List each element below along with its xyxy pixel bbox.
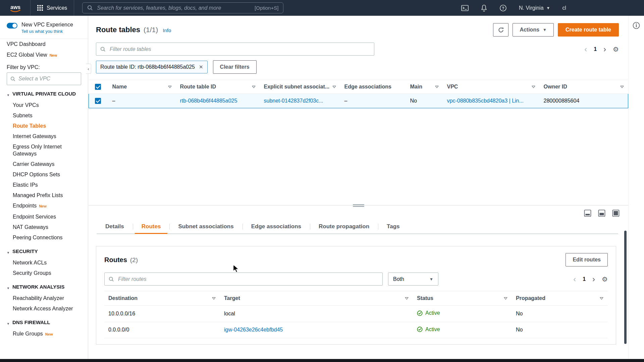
sidebar-item-your-vpcs[interactable]: Your VPCs [0,100,88,110]
filter-chip: Route table ID: rtb-068b4b6f44885a025 ✕ [96,61,208,73]
chevron-down-icon: ▼ [546,6,550,10]
sidebar-item-peering-connections[interactable]: Peering Connections [0,232,88,243]
tab-tags[interactable]: Tags [378,220,408,234]
new-experience-feedback-link[interactable]: Tell us what you think [21,29,73,34]
sidebar-item-carrier-gateways[interactable]: Carrier Gateways [0,159,88,169]
previous-page-button[interactable]: ‹ [584,45,587,53]
sidebar-item-endpoints[interactable]: Endpoints New [0,200,88,212]
filter-icon[interactable] [212,297,216,300]
sidebar-item-rule-groups[interactable]: Rule Groups New [0,328,88,340]
region-selector[interactable]: N. Virginia ▼ [519,5,550,11]
help-icon[interactable]: ? [499,4,507,12]
chevron-down-icon: ▼ [7,249,10,256]
info-panel-icon[interactable] [632,21,640,30]
filter-icon[interactable] [531,85,536,88]
section-network-analysis[interactable]: ▼ NETWORK ANALYSIS [0,278,88,293]
cell-edge-associations: – [340,94,406,108]
filter-by-vpc-label: Filter by VPC: [0,60,88,72]
layout-fullscreen-icon[interactable] [612,209,620,217]
vpc-link[interactable]: vpc-0880b835cbd4820a3 | Lin... [447,98,524,104]
filter-icon[interactable] [332,85,336,88]
filter-routes-input[interactable] [117,276,378,283]
routes-settings-gear-icon[interactable]: ⚙ [602,276,608,283]
layout-side-panel-icon[interactable] [598,209,605,217]
route-row[interactable]: 0.0.0.0/0 igw-04263e26c4ebfbd45 Active [104,322,608,338]
layout-bottom-panel-icon[interactable] [584,209,591,217]
sidebar-item-route-tables[interactable]: Route Tables [0,121,88,131]
routes-filter-dropdown[interactable]: Both ▼ [388,273,438,286]
main-content: Route tables (1/1) Info Actions ▼ Create… [89,16,628,362]
tab-routes[interactable]: Routes [133,220,170,234]
clear-filters-button[interactable]: Clear filters [213,60,257,74]
refresh-button[interactable] [493,23,508,37]
create-route-table-button[interactable]: Create route table [558,23,619,37]
search-icon [10,76,15,81]
filter-icon[interactable] [405,297,409,300]
new-experience-toggle[interactable] [7,23,17,28]
svg-text:?: ? [502,6,504,10]
tab-details[interactable]: Details [97,220,133,234]
sidebar-collapse-button[interactable]: ‹ [86,64,91,74]
tab-route-propagation[interactable]: Route propagation [310,220,378,234]
routes-previous-page-button[interactable]: ‹ [573,275,576,283]
table-header-row: Name Route table ID Explicit subnet asso… [89,80,628,94]
filter-icon[interactable] [599,297,604,300]
route-table-id-link[interactable]: rtb-068b4b6f44885a025 [180,98,237,104]
internet-gateway-link[interactable]: igw-04263e26c4ebfbd45 [224,327,283,333]
cloudshell-icon[interactable] [461,5,469,11]
tab-edge-associations[interactable]: Edge associations [243,220,310,234]
filter-icon[interactable] [168,85,172,88]
sidebar-item-vpc-dashboard[interactable]: VPC Dashboard [0,39,88,50]
filter-icon[interactable] [435,85,439,88]
sidebar-item-security-groups[interactable]: Security Groups [0,268,88,278]
global-search-input[interactable] [96,5,251,11]
sidebar-item-dhcp-options-sets[interactable]: DHCP Options Sets [0,169,88,180]
splitter-handle[interactable] [353,203,364,208]
routes-title: Routes [104,256,127,264]
info-link[interactable]: Info [163,27,171,33]
new-badge: New [50,53,57,57]
section-dns-firewall[interactable]: ▼ DNS FIREWALL [0,314,88,328]
routes-next-page-button[interactable]: › [592,275,595,283]
sidebar-item-network-acls[interactable]: Network ACLs [0,257,88,268]
remove-filter-button[interactable]: ✕ [199,64,203,70]
settings-gear-icon[interactable]: ⚙ [613,46,619,53]
routes-card: Routes (2) Edit routes Both ▼ [96,246,616,345]
sidebar-item-egress-only-internet-gateways[interactable]: Egress Only Internet Gateways [0,141,88,159]
tab-subnet-associations[interactable]: Subnet associations [169,220,242,234]
section-virtual-private-cloud[interactable]: ▼ VIRTUAL PRIVATE CLOUD [0,85,88,100]
sidebar-item-elastic-ips[interactable]: Elastic IPs [0,180,88,190]
filter-icon[interactable] [503,297,508,300]
select-all-checkbox[interactable] [95,84,101,90]
sidebar-item-network-access-analyzer[interactable]: Network Access Analyzer [0,303,88,314]
edit-routes-button[interactable]: Edit routes [566,253,608,266]
subnet-association-link[interactable]: subnet-0142837d2f03c... [264,98,323,104]
account-menu[interactable]: cl [562,5,566,11]
sidebar-item-nat-gateways[interactable]: NAT Gateways [0,222,88,232]
vpc-select-input[interactable]: Select a VPC [7,72,81,85]
sidebar-item-reachability-analyzer[interactable]: Reachability Analyzer [0,293,88,303]
filter-icon[interactable] [620,85,624,88]
table-row[interactable]: – rtb-068b4b6f44885a025 subnet-0142837d2… [89,94,628,108]
svg-text:aws: aws [10,4,20,10]
sidebar-item-ec2-global-view[interactable]: EC2 Global View New [0,50,88,60]
filter-icon[interactable] [252,85,256,88]
notifications-bell-icon[interactable] [481,4,487,12]
global-search: [Option+S] [82,2,283,13]
new-experience-title: New VPC Experience [21,22,73,28]
services-menu-button[interactable]: Services [30,0,74,16]
section-security[interactable]: ▼ SECURITY [0,243,88,257]
sidebar-item-subnets[interactable]: Subnets [0,110,88,121]
route-row[interactable]: 10.0.0.0/16 local Active No [104,306,608,322]
sidebar-item-managed-prefix-lists[interactable]: Managed Prefix Lists [0,190,88,200]
top-navigation: aws Services [Option+S] [0,0,644,16]
sidebar-item-endpoint-services[interactable]: Endpoint Services [0,212,88,222]
vpc-select-placeholder: Select a VPC [18,76,50,82]
aws-logo[interactable]: aws [0,0,30,16]
row-checkbox[interactable] [95,98,101,104]
filter-route-tables-input[interactable] [109,46,370,53]
actions-button[interactable]: Actions ▼ [513,23,554,37]
vertical-scrollbar[interactable] [624,231,627,344]
sidebar-item-internet-gateways[interactable]: Internet Gateways [0,131,88,141]
next-page-button[interactable]: › [603,45,606,53]
